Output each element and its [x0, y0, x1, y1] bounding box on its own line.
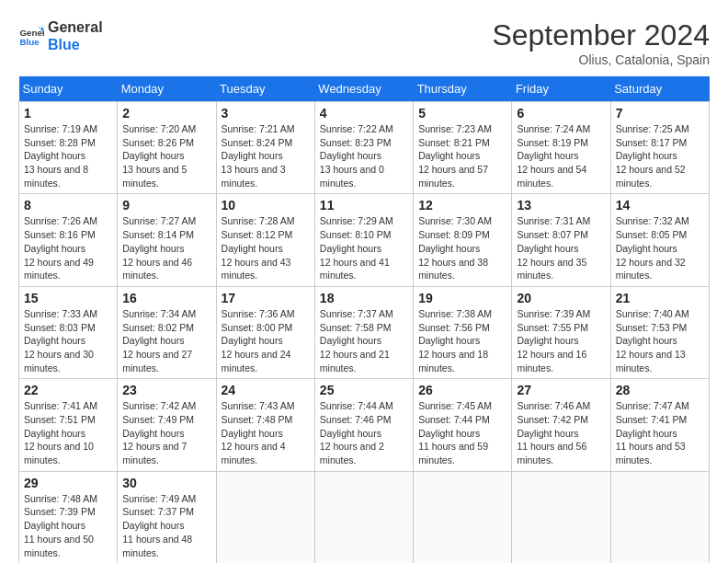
logo-text-blue: Blue — [48, 36, 103, 53]
table-row — [314, 471, 413, 563]
title-block: September 2024 Olius, Catalonia, Spain — [492, 18, 710, 67]
calendar-table: Sunday Monday Tuesday Wednesday Thursday… — [18, 76, 710, 563]
day-number: 2 — [122, 106, 210, 121]
table-row: 2 Sunrise: 7:20 AM Sunset: 8:26 PM Dayli… — [118, 102, 216, 194]
day-info: Sunrise: 7:29 AM Sunset: 8:10 PM Dayligh… — [320, 214, 408, 282]
day-number: 23 — [122, 383, 210, 397]
logo: General Blue General Blue — [18, 18, 103, 53]
table-row: 7 Sunrise: 7:25 AM Sunset: 8:17 PM Dayli… — [610, 102, 709, 194]
day-number: 26 — [418, 383, 506, 397]
table-row: 1 Sunrise: 7:19 AM Sunset: 8:28 PM Dayli… — [19, 102, 118, 194]
day-info: Sunrise: 7:26 AM Sunset: 8:16 PM Dayligh… — [24, 214, 112, 282]
table-row: 10 Sunrise: 7:28 AM Sunset: 8:12 PM Dayl… — [216, 194, 314, 286]
table-row: 5 Sunrise: 7:23 AM Sunset: 8:21 PM Dayli… — [414, 102, 512, 194]
header-tuesday: Tuesday — [216, 76, 314, 102]
day-info: Sunrise: 7:43 AM Sunset: 7:48 PM Dayligh… — [222, 399, 310, 466]
table-row: 28 Sunrise: 7:47 AM Sunset: 7:41 PM Dayl… — [610, 379, 709, 471]
table-row: 22 Sunrise: 7:41 AM Sunset: 7:51 PM Dayl… — [19, 379, 118, 471]
calendar-week-row: 8 Sunrise: 7:26 AM Sunset: 8:16 PM Dayli… — [19, 194, 710, 286]
day-number: 28 — [616, 383, 704, 397]
logo-icon: General Blue — [18, 23, 44, 49]
table-row: 12 Sunrise: 7:30 AM Sunset: 8:09 PM Dayl… — [414, 194, 512, 286]
header-wednesday: Wednesday — [314, 76, 413, 102]
header-saturday: Saturday — [610, 76, 709, 102]
table-row: 23 Sunrise: 7:42 AM Sunset: 7:49 PM Dayl… — [118, 379, 216, 471]
day-info: Sunrise: 7:46 AM Sunset: 7:42 PM Dayligh… — [517, 399, 605, 466]
day-info: Sunrise: 7:28 AM Sunset: 8:12 PM Dayligh… — [222, 214, 310, 282]
day-info: Sunrise: 7:37 AM Sunset: 7:58 PM Dayligh… — [320, 307, 408, 374]
day-info: Sunrise: 7:39 AM Sunset: 7:55 PM Dayligh… — [517, 307, 605, 374]
calendar-week-row: 29 Sunrise: 7:48 AM Sunset: 7:39 PM Dayl… — [19, 471, 710, 563]
day-info: Sunrise: 7:22 AM Sunset: 8:23 PM Dayligh… — [320, 122, 408, 190]
day-number: 4 — [320, 106, 408, 121]
day-info: Sunrise: 7:48 AM Sunset: 7:39 PM Dayligh… — [24, 492, 112, 559]
header-monday: Monday — [118, 76, 216, 102]
day-info: Sunrise: 7:19 AM Sunset: 8:28 PM Dayligh… — [24, 122, 112, 190]
day-info: Sunrise: 7:41 AM Sunset: 7:51 PM Dayligh… — [24, 399, 112, 466]
table-row: 6 Sunrise: 7:24 AM Sunset: 8:19 PM Dayli… — [512, 102, 610, 194]
day-info: Sunrise: 7:30 AM Sunset: 8:09 PM Dayligh… — [418, 214, 506, 282]
table-row: 18 Sunrise: 7:37 AM Sunset: 7:58 PM Dayl… — [314, 286, 413, 378]
day-info: Sunrise: 7:49 AM Sunset: 7:37 PM Dayligh… — [122, 492, 210, 559]
table-row: 9 Sunrise: 7:27 AM Sunset: 8:14 PM Dayli… — [118, 194, 216, 286]
day-number: 20 — [517, 291, 605, 305]
day-info: Sunrise: 7:38 AM Sunset: 7:56 PM Dayligh… — [418, 307, 506, 374]
day-info: Sunrise: 7:32 AM Sunset: 8:05 PM Dayligh… — [616, 214, 704, 282]
table-row: 20 Sunrise: 7:39 AM Sunset: 7:55 PM Dayl… — [512, 286, 610, 378]
table-row: 29 Sunrise: 7:48 AM Sunset: 7:39 PM Dayl… — [19, 471, 118, 563]
day-number: 9 — [122, 198, 210, 213]
table-row: 3 Sunrise: 7:21 AM Sunset: 8:24 PM Dayli… — [216, 102, 314, 194]
table-row: 25 Sunrise: 7:44 AM Sunset: 7:46 PM Dayl… — [314, 379, 413, 471]
day-number: 27 — [517, 383, 605, 397]
header-sunday: Sunday — [19, 76, 118, 102]
day-number: 15 — [24, 291, 112, 305]
page-header: General Blue General Blue September 2024… — [18, 18, 710, 67]
table-row: 15 Sunrise: 7:33 AM Sunset: 8:03 PM Dayl… — [19, 286, 118, 378]
day-info: Sunrise: 7:21 AM Sunset: 8:24 PM Dayligh… — [222, 122, 310, 190]
day-info: Sunrise: 7:47 AM Sunset: 7:41 PM Dayligh… — [616, 399, 704, 466]
table-row: 4 Sunrise: 7:22 AM Sunset: 8:23 PM Dayli… — [314, 102, 413, 194]
header-thursday: Thursday — [414, 76, 512, 102]
calendar-week-row: 15 Sunrise: 7:33 AM Sunset: 8:03 PM Dayl… — [19, 286, 710, 378]
table-row — [512, 471, 610, 563]
table-row: 21 Sunrise: 7:40 AM Sunset: 7:53 PM Dayl… — [610, 286, 709, 378]
day-number: 22 — [24, 383, 112, 397]
day-number: 14 — [616, 198, 704, 213]
header-friday: Friday — [512, 76, 610, 102]
day-number: 5 — [418, 106, 506, 121]
day-number: 12 — [418, 198, 506, 213]
day-info: Sunrise: 7:42 AM Sunset: 7:49 PM Dayligh… — [122, 399, 210, 466]
calendar-header-row: Sunday Monday Tuesday Wednesday Thursday… — [19, 76, 710, 102]
table-row: 24 Sunrise: 7:43 AM Sunset: 7:48 PM Dayl… — [216, 379, 314, 471]
day-info: Sunrise: 7:33 AM Sunset: 8:03 PM Dayligh… — [24, 307, 112, 374]
table-row — [414, 471, 512, 563]
table-row: 17 Sunrise: 7:36 AM Sunset: 8:00 PM Dayl… — [216, 286, 314, 378]
table-row: 11 Sunrise: 7:29 AM Sunset: 8:10 PM Dayl… — [314, 194, 413, 286]
day-number: 13 — [517, 198, 605, 213]
logo-text-general: General — [48, 18, 103, 36]
day-number: 1 — [24, 106, 112, 121]
table-row: 26 Sunrise: 7:45 AM Sunset: 7:44 PM Dayl… — [414, 379, 512, 471]
day-number: 24 — [222, 383, 310, 397]
day-number: 7 — [616, 106, 704, 121]
day-info: Sunrise: 7:24 AM Sunset: 8:19 PM Dayligh… — [517, 122, 605, 190]
table-row: 19 Sunrise: 7:38 AM Sunset: 7:56 PM Dayl… — [414, 286, 512, 378]
table-row: 8 Sunrise: 7:26 AM Sunset: 8:16 PM Dayli… — [19, 194, 118, 286]
svg-text:Blue: Blue — [19, 37, 40, 47]
table-row: 27 Sunrise: 7:46 AM Sunset: 7:42 PM Dayl… — [512, 379, 610, 471]
month-title: September 2024 — [492, 18, 710, 52]
day-info: Sunrise: 7:34 AM Sunset: 8:02 PM Dayligh… — [122, 307, 210, 374]
table-row: 13 Sunrise: 7:31 AM Sunset: 8:07 PM Dayl… — [512, 194, 610, 286]
calendar-week-row: 1 Sunrise: 7:19 AM Sunset: 8:28 PM Dayli… — [19, 102, 710, 194]
day-number: 16 — [122, 291, 210, 305]
day-number: 19 — [418, 291, 506, 305]
day-number: 3 — [222, 106, 310, 121]
day-info: Sunrise: 7:44 AM Sunset: 7:46 PM Dayligh… — [320, 399, 408, 466]
day-number: 8 — [24, 198, 112, 213]
day-number: 18 — [320, 291, 408, 305]
day-number: 30 — [122, 476, 210, 490]
day-info: Sunrise: 7:25 AM Sunset: 8:17 PM Dayligh… — [616, 122, 704, 190]
table-row: 16 Sunrise: 7:34 AM Sunset: 8:02 PM Dayl… — [118, 286, 216, 378]
table-row — [216, 471, 314, 563]
day-number: 6 — [517, 106, 605, 121]
